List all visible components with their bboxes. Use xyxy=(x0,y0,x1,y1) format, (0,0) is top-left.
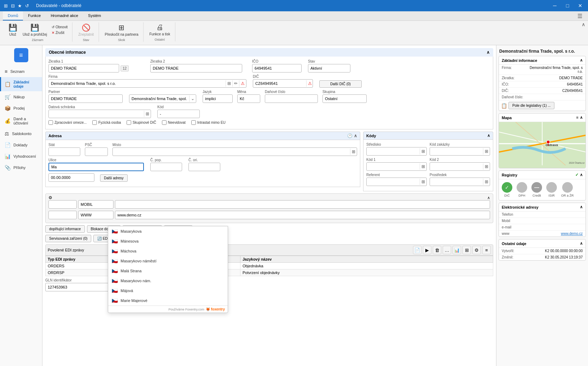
rp-zakladni-header[interactable]: Základní informace ∧ xyxy=(499,56,586,65)
firma-search-btn[interactable]: ⊞ xyxy=(226,80,232,87)
input-zkratka1[interactable] xyxy=(48,64,119,72)
history-icon[interactable]: ↺ xyxy=(24,3,30,8)
input-kod2[interactable] xyxy=(430,163,483,170)
firma-edit-btn[interactable]: ✏ xyxy=(232,80,239,87)
edi-more-btn[interactable]: … xyxy=(443,246,451,254)
dropdown-item-majova[interactable]: 🇨🇿 Májová xyxy=(108,286,228,296)
input-stredisko[interactable] xyxy=(367,148,420,155)
rp-zakladni-collapse[interactable]: ∧ xyxy=(580,58,583,63)
input-referent[interactable] xyxy=(367,179,420,185)
input-cori[interactable] xyxy=(188,163,220,171)
kontakty-toolbar-settings[interactable]: ⚙ xyxy=(48,195,52,200)
dalsi-dic-button[interactable]: Další DIČ (0) xyxy=(319,80,362,88)
input-partner[interactable] xyxy=(48,94,123,103)
kontakty-collapse[interactable]: ∧ xyxy=(487,196,490,200)
rp-elektronicke-collapse[interactable]: ∧ xyxy=(580,205,583,209)
misto-select-btn[interactable]: ⊞ xyxy=(350,149,357,155)
dropdown-item-masarykovo-nam[interactable]: 🇨🇿 Masarykovo náměstí xyxy=(108,256,228,266)
cb-neevidovat[interactable] xyxy=(162,120,167,125)
input-mobil-code[interactable] xyxy=(48,200,77,209)
dropdown-item-machova[interactable]: 🇨🇿 Máchova xyxy=(108,246,228,256)
adresa-header[interactable]: Adresa 🕐 ∧ xyxy=(45,132,360,140)
obecne-info-header[interactable]: Obecné informace ∧ xyxy=(45,48,493,57)
input-dic[interactable] xyxy=(253,80,306,87)
reg-circle-isir[interactable] xyxy=(546,182,557,193)
ribbon-collapse-btn[interactable]: ∧ xyxy=(582,22,585,27)
close-button[interactable]: ✕ xyxy=(575,2,585,9)
nav-item-doklady[interactable]: 📄 Doklady xyxy=(0,139,42,151)
ribbon-menu-icon[interactable]: ☰ xyxy=(577,13,582,19)
stredisko-btn[interactable]: ⊞ xyxy=(420,148,426,155)
referent-btn[interactable]: ⊞ xyxy=(420,179,426,185)
grid-icon[interactable]: ⊟ xyxy=(10,3,16,8)
input-ico[interactable] xyxy=(252,65,302,71)
ds-btn[interactable]: ⊞ xyxy=(144,111,151,117)
input-psc[interactable] xyxy=(85,149,108,155)
nav-item-seznam[interactable]: ≡ Seznam xyxy=(0,66,42,77)
kod-zakazky-btn[interactable]: ⊞ xyxy=(483,148,490,155)
edi-list-btn[interactable]: ≡ xyxy=(482,246,491,254)
input-mobil-value[interactable] xyxy=(115,200,490,209)
input-misto[interactable] xyxy=(113,149,350,155)
reg-circle-dph[interactable] xyxy=(517,182,527,193)
kontakty-header[interactable]: ⚙ ∧ xyxy=(48,195,490,200)
dropdown-item-marie[interactable]: 🇨🇿 Marie Majerové xyxy=(108,296,228,306)
star-icon[interactable]: ★ xyxy=(17,3,23,8)
edi-chart-btn[interactable]: 📊 xyxy=(453,246,461,254)
tab-system[interactable]: Systém xyxy=(83,11,106,21)
tab-domu[interactable]: Domů xyxy=(3,11,23,21)
dalsi-adresy-button[interactable]: Další adresy xyxy=(100,174,128,182)
nav-item-vyhodnoceni[interactable]: 📊 Vyhodnocení xyxy=(0,151,42,162)
input-jazyk[interactable] xyxy=(203,95,233,102)
tab-funkce[interactable]: Funkce xyxy=(23,11,46,21)
uloz-button[interactable]: 💾 Ulož xyxy=(6,22,20,37)
adresa-clock-icon[interactable]: 🕐 xyxy=(347,133,353,138)
nav-item-dane[interactable]: 💰 Daně a účtování xyxy=(0,114,42,128)
funkce-tisk-button[interactable]: 🖨 Funkce a tisk xyxy=(147,22,172,37)
edi-new-btn[interactable]: 📄 xyxy=(413,246,421,254)
firma-alert-btn[interactable]: ⚠ xyxy=(239,80,246,87)
doplnujici-btn[interactable]: doplňující informace xyxy=(45,225,85,233)
nav-item-prodej[interactable]: 📦 Prodej xyxy=(0,103,42,114)
nav-item-saldokonto[interactable]: ⚖ Saldokonto xyxy=(0,128,42,139)
mapa-collapse-icon[interactable]: ∧ xyxy=(580,115,583,120)
cb-skupinove[interactable] xyxy=(127,120,131,125)
dropdown-item-manesova[interactable]: 🇨🇿 Mánesova xyxy=(108,236,228,246)
kody-collapse-icon[interactable]: ∧ xyxy=(487,133,490,138)
input-skupina[interactable] xyxy=(323,95,367,102)
input-www-code[interactable] xyxy=(48,211,77,219)
input-stat[interactable] xyxy=(49,149,80,155)
pole-legislativy-btn[interactable]: Pole dle legislativy (1) ... xyxy=(508,102,554,109)
input-firma[interactable] xyxy=(49,80,226,87)
rp-value-www[interactable]: www.demo.cz xyxy=(561,232,583,236)
kody-header[interactable]: Kódy ∧ xyxy=(363,132,493,139)
kod1-btn[interactable]: ⊞ xyxy=(420,163,426,170)
uloz-prohlizej-button[interactable]: 💾 Ulož a prohlížej xyxy=(21,22,49,37)
pole-legislativy-container[interactable]: 📋 Pole dle legislativy (1) ... xyxy=(501,102,554,109)
obnovit-button[interactable]: ↺ Obnovit xyxy=(50,24,69,30)
reg-circle-credit[interactable]: — xyxy=(531,182,542,193)
input-mobil-type[interactable] xyxy=(78,201,113,208)
input-www-type[interactable] xyxy=(78,212,113,218)
edi-delete-btn[interactable]: 🗑 xyxy=(433,246,441,254)
rp-registry-header[interactable]: Registry ✓ ∧ xyxy=(499,171,586,179)
dropdown-item-masarykova[interactable]: 🇨🇿 Masarykova xyxy=(108,226,228,236)
edi-settings-btn[interactable]: ⚙ xyxy=(472,246,481,254)
registry-collapse-icon[interactable]: ∧ xyxy=(580,173,583,177)
input-mena[interactable] xyxy=(238,95,260,102)
nav-top-icon[interactable]: ≡ xyxy=(14,48,28,62)
edi-grid-btn[interactable]: ⊞ xyxy=(462,246,471,254)
input-stav[interactable] xyxy=(308,65,350,71)
servisovana-btn[interactable]: Servisovaná zařízení (0) xyxy=(45,235,91,242)
preskocit-button[interactable]: ⊞ Přeskočit na partnera xyxy=(103,22,140,37)
dropdown-item-mala-strana[interactable]: 🇨🇿 Malá Strana xyxy=(108,266,228,276)
apps-icon[interactable]: ⊞ xyxy=(3,3,8,8)
rp-ostatni-collapse[interactable]: ∧ xyxy=(580,241,583,246)
rp-elektronicke-header[interactable]: Elektronické adresy ∧ xyxy=(499,203,586,211)
cb-zpracovani[interactable] xyxy=(48,120,53,125)
nav-item-prilohy[interactable]: 📎 Přílohy xyxy=(0,162,42,173)
rp-ostatni-header[interactable]: Ostatní údaje ∧ xyxy=(499,239,586,248)
mapa-list-icon[interactable]: ≡ xyxy=(576,115,578,120)
input-datum[interactable] xyxy=(49,174,94,181)
dic-alert-btn[interactable]: ⚠ xyxy=(306,80,313,87)
